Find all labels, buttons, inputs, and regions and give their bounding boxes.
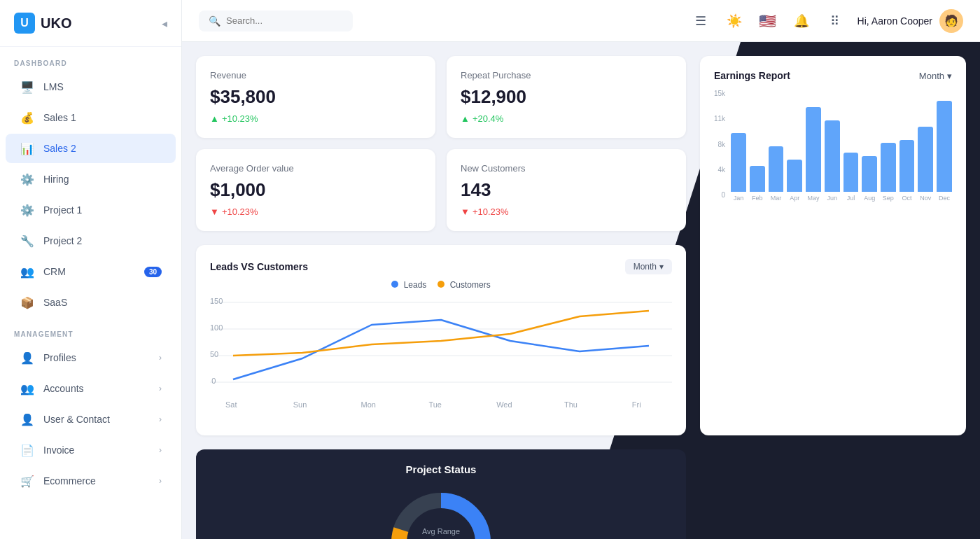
sidebar-item-usercontact[interactable]: 👤 User & Contact › xyxy=(6,405,176,434)
metric-card-revenue: Revenue $35,800 ▲ +10.23% xyxy=(196,56,435,138)
saas-icon: 📦 xyxy=(20,295,35,310)
metric-change: ▲ +20.4% xyxy=(461,113,672,124)
bar xyxy=(731,133,746,192)
bar-label: Dec xyxy=(939,195,950,202)
chevron-down-icon: ▾ xyxy=(947,71,952,81)
svg-text:Fri: Fri xyxy=(632,400,641,408)
project-status-title: Project Status xyxy=(406,463,477,475)
metric-label: Repeat Purchase xyxy=(461,70,672,80)
bar-group: Apr xyxy=(787,160,802,202)
donut-avg-label: Avg Range xyxy=(422,527,460,536)
svg-text:Tue: Tue xyxy=(428,400,442,408)
invoice-icon: 📄 xyxy=(20,442,35,458)
metric-cards-row: Revenue $35,800 ▲ +10.23% Repeat Purchas… xyxy=(196,56,686,231)
bar xyxy=(787,160,802,192)
bar-label: Feb xyxy=(752,195,763,202)
collapse-sidebar-button[interactable]: ◂ xyxy=(162,17,167,30)
crm-badge: 30 xyxy=(144,267,162,277)
bar xyxy=(769,146,784,192)
leads-chart-card: Leads VS Customers Month ▾ Leads Custome… xyxy=(196,245,686,435)
svg-text:0: 0 xyxy=(211,377,216,384)
bar-label: Sep xyxy=(883,195,894,202)
metric-card-aov: Average Order value $1,000 ▼ +10.23% xyxy=(196,149,435,231)
management-section-label: MANAGEMENT xyxy=(0,318,181,342)
search-bar[interactable]: 🔍 xyxy=(199,10,353,31)
chevron-right-icon: › xyxy=(159,414,162,424)
sidebar-item-saas[interactable]: 📦 SaaS xyxy=(6,288,176,317)
bell-icon[interactable]: 🔔 xyxy=(790,10,813,32)
sidebar-item-label: User & Contact xyxy=(43,414,110,425)
bar-label: Jun xyxy=(827,195,837,202)
svg-text:Wed: Wed xyxy=(496,400,512,408)
sidebar-item-invoice[interactable]: 📄 Invoice › xyxy=(6,435,176,465)
bar xyxy=(899,140,915,192)
metric-value: $12,900 xyxy=(461,86,672,108)
bar xyxy=(937,101,952,192)
bar-group: Feb xyxy=(750,166,765,202)
metric-change: ▼ +10.23% xyxy=(210,206,421,217)
grid-icon[interactable]: ⠿ xyxy=(824,10,846,32)
svg-text:50: 50 xyxy=(210,350,218,358)
bar-label: Mar xyxy=(771,195,782,202)
bar-group: Jun xyxy=(825,120,840,202)
down-arrow-icon: ▼ xyxy=(461,206,470,217)
sidebar-item-ecommerce[interactable]: 🛒 Ecommerce › xyxy=(6,466,176,496)
sidebar-item-sales2[interactable]: 📊 Sales 2 xyxy=(6,134,176,163)
sidebar-item-accounts[interactable]: 👥 Accounts › xyxy=(6,374,176,403)
metric-value: $35,800 xyxy=(210,86,421,108)
bar xyxy=(750,166,765,192)
chevron-right-icon: › xyxy=(159,445,162,455)
bar-label: Oct xyxy=(902,195,912,202)
topbar-right: ☰ ☀️ 🇺🇸 🔔 ⠿ Hi, Aaron Cooper 🧑 xyxy=(690,9,963,33)
metric-label: New Customers xyxy=(461,163,672,174)
bar xyxy=(881,143,896,192)
sidebar: U UKO ◂ DASHBOARD 🖥️ LMS 💰 Sales 1 📊 Sal… xyxy=(0,0,182,539)
accounts-icon: 👥 xyxy=(20,381,35,396)
metric-change: ▼ +10.23% xyxy=(461,206,672,217)
logo-text: UKO xyxy=(41,15,71,31)
customers-legend-item: Customers xyxy=(438,280,490,290)
search-icon: 🔍 xyxy=(209,15,220,27)
sidebar-item-label: SaaS xyxy=(43,297,67,308)
dashboard-section-label: DASHBOARD xyxy=(0,47,181,71)
sidebar-item-project1[interactable]: ⚙️ Project 1 xyxy=(6,195,176,225)
metric-value: $1,000 xyxy=(210,179,421,201)
logo[interactable]: U UKO xyxy=(14,13,71,34)
chevron-down-icon: ▾ xyxy=(659,262,664,272)
customers-color-dot xyxy=(438,281,444,288)
flag-icon[interactable]: 🇺🇸 xyxy=(757,10,779,32)
search-input[interactable] xyxy=(226,15,343,26)
sidebar-item-hiring[interactable]: ⚙️ Hiring xyxy=(6,164,176,194)
sidebar-item-label: Sales 2 xyxy=(43,143,76,154)
bar-label: May xyxy=(807,195,819,202)
topbar: 🔍 ☰ ☀️ 🇺🇸 🔔 ⠿ Hi, Aaron Cooper 🧑 xyxy=(182,0,980,42)
sidebar-item-lms[interactable]: 🖥️ LMS xyxy=(6,72,176,102)
sidebar-item-label: Profiles xyxy=(43,352,76,363)
leads-legend: Leads Customers xyxy=(210,280,672,290)
sun-icon[interactable]: ☀️ xyxy=(723,10,746,32)
project2-icon: 🔧 xyxy=(20,233,35,248)
bar xyxy=(844,153,859,192)
bar-label: Apr xyxy=(790,195,799,202)
menu-icon[interactable]: ☰ xyxy=(690,10,712,32)
bar-group: Mar xyxy=(769,146,784,202)
metric-label: Revenue xyxy=(210,70,421,80)
sidebar-item-project2[interactable]: 🔧 Project 2 xyxy=(6,226,176,255)
bar-group: May xyxy=(806,107,821,202)
logo-icon: U xyxy=(14,13,35,34)
usercontact-icon: 👤 xyxy=(20,412,35,427)
sidebar-item-sales1[interactable]: 💰 Sales 1 xyxy=(6,103,176,132)
ecommerce-icon: 🛒 xyxy=(20,473,35,489)
bar xyxy=(825,120,840,192)
metric-card-customers: New Customers 143 ▼ +10.23% xyxy=(447,149,686,231)
lms-icon: 🖥️ xyxy=(20,79,35,94)
chevron-right-icon: › xyxy=(159,384,162,393)
bar-group: Sep xyxy=(881,143,896,202)
sidebar-item-profiles[interactable]: 👤 Profiles › xyxy=(6,343,176,372)
sidebar-item-crm[interactable]: 👥 CRM 30 xyxy=(6,257,176,286)
month-selector[interactable]: Month ▾ xyxy=(919,71,952,81)
donut-chart: Avg Range 140 xyxy=(385,486,497,539)
content-grid: Revenue $35,800 ▲ +10.23% Repeat Purchas… xyxy=(182,42,980,539)
chevron-right-icon: › xyxy=(159,353,162,363)
leads-month-button[interactable]: Month ▾ xyxy=(625,259,672,274)
